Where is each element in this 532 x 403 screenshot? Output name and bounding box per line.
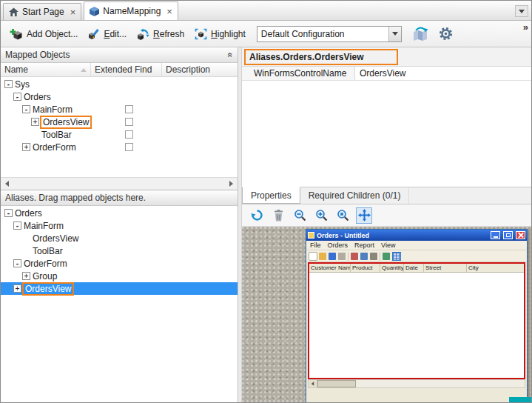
tree-label: OrderForm	[24, 259, 67, 269]
panel-title: Aliases. Drag mapped objects here.	[5, 193, 146, 203]
preview-app-icon	[308, 232, 314, 239]
tree-label: Orders	[24, 92, 51, 102]
tree-row-toolbar[interactable]: ToolBar	[1, 244, 238, 257]
expand-expander-icon[interactable]	[13, 284, 21, 293]
highlight-button[interactable]: Highlight	[190, 25, 250, 43]
close-icon[interactable]: ×	[166, 7, 172, 16]
delete-image-button[interactable]	[270, 207, 286, 224]
expand-expander-icon[interactable]	[22, 143, 30, 151]
tab-start-page[interactable]: Start Page ×	[3, 3, 81, 20]
edit-button[interactable]: Edit...	[84, 25, 131, 43]
expand-expander-icon[interactable]	[31, 118, 39, 126]
collapse-expander-icon[interactable]	[13, 222, 21, 230]
tree-row-mainform[interactable]: MainForm	[1, 103, 238, 116]
object-image-preview[interactable]: Orders - Untitled File Orders Report Vie…	[242, 227, 531, 403]
refresh-button[interactable]: Refresh	[132, 25, 189, 43]
tab-list-chevron-button[interactable]	[515, 5, 528, 17]
find-icon	[383, 253, 390, 260]
zoom-in-icon	[315, 209, 328, 222]
collapse-expander-icon[interactable]	[4, 209, 13, 217]
menu-file: File	[310, 242, 321, 249]
column-header-extended-find[interactable]: Extended Find	[91, 63, 162, 76]
tree-row-orders[interactable]: Orders	[1, 90, 238, 103]
right-column: Aliases.Orders.OrdersView WinFormsContro…	[242, 47, 531, 403]
tree-row-ordersview[interactable]: OrdersView	[1, 116, 238, 128]
aliases-tree: Orders MainForm OrdersView ToolBar Order…	[1, 206, 238, 403]
update-namemapping-button[interactable]	[408, 24, 433, 44]
grid-view-icon	[392, 252, 401, 261]
tree-row-orders[interactable]: Orders	[1, 207, 238, 219]
zoom-out-button[interactable]	[292, 207, 308, 224]
preview-grid-columns: Customer Name Product Quantity Date Stre…	[309, 264, 524, 273]
toolbar-overflow-button[interactable]: »	[523, 21, 527, 33]
details-tab-strip: Properties Required Children (0/1)	[242, 187, 531, 204]
tree-row-mainform[interactable]: MainForm	[1, 219, 238, 232]
update-image-button[interactable]	[249, 207, 265, 224]
expand-expander-icon[interactable]	[22, 272, 30, 280]
menu-view: View	[381, 242, 395, 249]
edit-icon	[88, 28, 100, 40]
main-area: Mapped Objects « Name Extended Find Desc…	[1, 47, 531, 403]
col-customer-name: Customer Name	[309, 264, 351, 272]
extended-find-checkbox[interactable]	[125, 118, 133, 126]
column-header-name[interactable]: Name	[1, 63, 91, 76]
arrow-left-icon	[5, 181, 9, 187]
property-value-cell[interactable]: OrdersView	[355, 67, 531, 80]
extended-find-checkbox[interactable]	[125, 130, 133, 139]
preview-toolbar	[242, 204, 531, 227]
tree-row-sys[interactable]: Sys	[1, 78, 238, 90]
fit-to-window-icon	[358, 209, 371, 222]
dropdown-arrow-button[interactable]	[388, 27, 401, 41]
scroll-left-button[interactable]	[1, 178, 13, 190]
image-preview-panel: Orders - Untitled File Orders Report Vie…	[242, 204, 531, 403]
menu-orders: Orders	[328, 242, 349, 249]
col-quantity: Quantity	[380, 264, 404, 272]
tree-row-group[interactable]: Group	[1, 270, 238, 282]
zoom-in-button[interactable]	[313, 207, 329, 224]
preview-grid-scrollbar	[308, 379, 525, 388]
tab-label: NameMapping	[103, 6, 161, 16]
aliases-header: Aliases. Drag mapped objects here.	[1, 190, 238, 206]
tree-label: OrdersView	[33, 233, 78, 244]
scroll-right-button[interactable]	[225, 178, 238, 190]
column-header-description[interactable]: Description	[162, 63, 238, 76]
zoom-100-button[interactable]	[334, 207, 351, 224]
property-row[interactable]: WinFormsControlName OrdersView	[242, 67, 531, 81]
tree-row-orderform[interactable]: OrderForm	[1, 141, 238, 153]
close-button	[516, 231, 525, 239]
settings-button[interactable]	[434, 24, 457, 44]
preview-titlebar: Orders - Untitled	[306, 230, 527, 241]
tree-row-orderform[interactable]: OrderForm	[1, 257, 238, 270]
collapse-expander-icon[interactable]	[22, 105, 30, 113]
fit-to-window-button[interactable]	[356, 207, 372, 224]
collapse-expander-icon[interactable]	[13, 93, 21, 101]
zoom-100-icon	[337, 209, 349, 222]
collapse-panel-icon[interactable]: «	[226, 53, 236, 58]
configuration-dropdown[interactable]: Default Configuration	[257, 26, 402, 42]
tab-properties[interactable]: Properties	[242, 187, 300, 204]
tree-row-ordersview[interactable]: OrdersView	[1, 232, 238, 244]
preview-app-window: Orders - Untitled File Orders Report Vie…	[306, 229, 528, 403]
map-refresh-icon	[413, 27, 428, 41]
tree-label: ToolBar	[41, 130, 72, 140]
extended-find-checkbox[interactable]	[125, 143, 133, 151]
preview-statusbar	[306, 388, 527, 400]
property-name-cell: WinFormsControlName	[242, 67, 355, 80]
horizontal-scrollbar[interactable]	[1, 177, 238, 190]
tree-label: Group	[33, 271, 57, 282]
refresh-icon	[137, 28, 149, 40]
add-object-button[interactable]: Add Object...	[5, 25, 82, 43]
collapse-expander-icon[interactable]	[4, 80, 13, 88]
tab-namemapping[interactable]: NameMapping ×	[84, 1, 178, 20]
tree-row-ordersview-selected[interactable]: OrdersView	[1, 282, 238, 295]
tab-required-children[interactable]: Required Children (0/1)	[300, 187, 410, 204]
tree-row-toolbar[interactable]: ToolBar	[1, 128, 238, 141]
collapse-expander-icon[interactable]	[13, 259, 21, 267]
paste-icon	[370, 253, 377, 260]
col-date: Date	[404, 264, 424, 272]
left-column: Mapped Objects « Name Extended Find Desc…	[1, 47, 238, 403]
extended-find-checkbox[interactable]	[125, 105, 133, 113]
close-icon[interactable]: ×	[70, 7, 76, 17]
toolbar-separator	[348, 252, 349, 261]
refresh-icon	[251, 209, 263, 222]
